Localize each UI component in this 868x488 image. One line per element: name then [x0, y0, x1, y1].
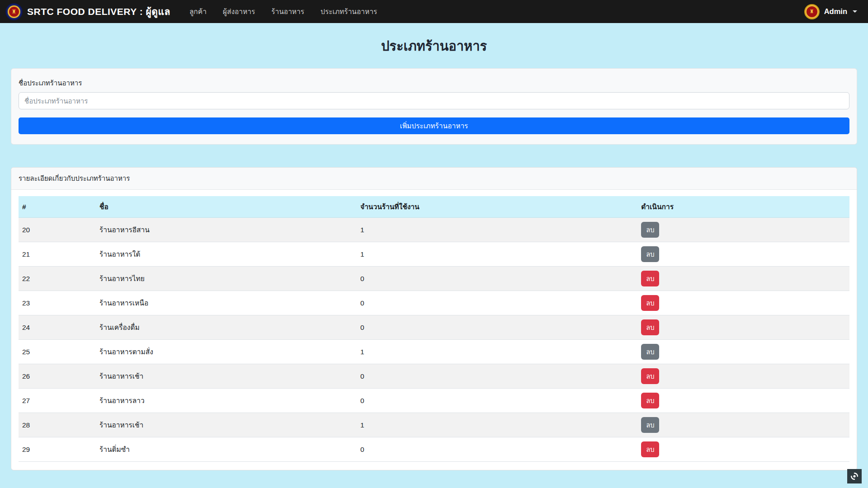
main-content: ชื่อประเภทร้านอาหาร เพิ่มประเภทร้านอาหาร… [0, 68, 868, 470]
table-row: 22 ร้านอาหารไทย 0 ลบ [19, 267, 849, 291]
nav-item-restaurants[interactable]: ร้านอาหาร [265, 2, 311, 21]
row-name: ร้านอาหารลาว [96, 389, 357, 413]
table-row: 29 ร้านติ่มซำ 0 ลบ [19, 437, 849, 462]
category-table: # ชื่อ จำนวนร้านที่ใช้งาน ดำเนินการ 20 ร… [19, 196, 849, 462]
row-id: 29 [19, 437, 96, 462]
nav-item-couriers[interactable]: ผู้ส่งอาหาร [217, 2, 261, 21]
category-details-card: รายละเอียดเกี่ยวกับประเภทร้านอาหาร # ชื่… [11, 167, 857, 470]
row-id: 21 [19, 242, 96, 267]
delete-button[interactable]: ลบ [641, 246, 659, 262]
row-id: 26 [19, 364, 96, 389]
row-id: 25 [19, 340, 96, 364]
row-name: ร้านอาหารตามสั่ง [96, 340, 357, 364]
row-count: 1 [357, 413, 637, 437]
table-row: 21 ร้านอาหารใต้ 1 ลบ [19, 242, 849, 267]
college-seal-icon: ♜ [5, 3, 23, 20]
row-name: ร้านอาหารไทย [96, 267, 357, 291]
column-header-action: ดำเนินการ [637, 196, 849, 218]
debug-toggle-button[interactable] [847, 469, 862, 483]
table-row: 20 ร้านอาหารอีสาน 1 ลบ [19, 218, 849, 242]
delete-button[interactable]: ลบ [641, 295, 659, 311]
category-name-label: ชื่อประเภทร้านอาหาร [19, 78, 849, 89]
row-count: 0 [357, 267, 637, 291]
table-row: 28 ร้านอาหารเช้า 1 ลบ [19, 413, 849, 437]
avatar: ♜ [804, 4, 820, 19]
user-menu[interactable]: ♜ Admin [804, 4, 857, 19]
row-id: 24 [19, 315, 96, 340]
row-count: 0 [357, 437, 637, 462]
row-count: 0 [357, 364, 637, 389]
row-name: ร้านเครื่องดื่ม [96, 315, 357, 340]
add-category-card: ชื่อประเภทร้านอาหาร เพิ่มประเภทร้านอาหาร [11, 68, 857, 145]
table-row: 24 ร้านเครื่องดื่ม 0 ลบ [19, 315, 849, 340]
row-count: 0 [357, 291, 637, 315]
row-id: 28 [19, 413, 96, 437]
category-name-input[interactable] [19, 92, 849, 109]
row-name: ร้านติ่มซำ [96, 437, 357, 462]
table-row: 27 ร้านอาหารลาว 0 ลบ [19, 389, 849, 413]
row-id: 20 [19, 218, 96, 242]
brand[interactable]: ♜ SRTC FOOD DELIVERY : ผู้ดูแล [5, 3, 170, 20]
row-id: 27 [19, 389, 96, 413]
row-id: 22 [19, 267, 96, 291]
row-name: ร้านอาหารเช้า [96, 413, 357, 437]
row-name: ร้านอาหารเหนือ [96, 291, 357, 315]
delete-button[interactable]: ลบ [641, 222, 659, 238]
row-name: ร้านอาหารใต้ [96, 242, 357, 267]
category-table-body: 20 ร้านอาหารอีสาน 1 ลบ 21 ร้านอาหารใต้ 1… [19, 218, 849, 462]
row-count: 1 [357, 242, 637, 267]
column-header-count: จำนวนร้านที่ใช้งาน [357, 196, 637, 218]
delete-button[interactable]: ลบ [641, 368, 659, 384]
brand-title: SRTC FOOD DELIVERY : ผู้ดูแล [27, 4, 170, 19]
table-wrap: # ชื่อ จำนวนร้านที่ใช้งาน ดำเนินการ 20 ร… [11, 190, 857, 470]
row-count: 0 [357, 315, 637, 340]
add-category-button[interactable]: เพิ่มประเภทร้านอาหาร [19, 117, 849, 134]
table-row: 23 ร้านอาหารเหนือ 0 ลบ [19, 291, 849, 315]
user-name: Admin [824, 7, 847, 16]
delete-button[interactable]: ลบ [641, 319, 659, 335]
row-name: ร้านอาหารเช้า [96, 364, 357, 389]
table-row: 26 ร้านอาหารเช้า 0 ลบ [19, 364, 849, 389]
delete-button[interactable]: ลบ [641, 417, 659, 433]
card-title: รายละเอียดเกี่ยวกับประเภทร้านอาหาร [11, 168, 857, 190]
delete-button[interactable]: ลบ [641, 271, 659, 286]
delete-button[interactable]: ลบ [641, 393, 659, 408]
delete-button[interactable]: ลบ [641, 441, 659, 457]
row-count: 1 [357, 218, 637, 242]
nav-item-customers[interactable]: ลูกค้า [183, 2, 213, 21]
column-header-id: # [19, 196, 96, 218]
target-icon [850, 472, 859, 481]
row-count: 0 [357, 389, 637, 413]
nav-links: ลูกค้า ผู้ส่งอาหาร ร้านอาหาร ประเภทร้านอ… [183, 2, 383, 21]
chevron-down-icon [853, 10, 857, 13]
row-id: 23 [19, 291, 96, 315]
delete-button[interactable]: ลบ [641, 344, 659, 360]
page-title: ประเภทร้านอาหาร [0, 23, 868, 68]
navbar: ♜ SRTC FOOD DELIVERY : ผู้ดูแล ลูกค้า ผู… [0, 0, 868, 23]
table-row: 25 ร้านอาหารตามสั่ง 1 ลบ [19, 340, 849, 364]
table-header-row: # ชื่อ จำนวนร้านที่ใช้งาน ดำเนินการ [19, 196, 849, 218]
nav-item-restaurant-types[interactable]: ประเภทร้านอาหาร [314, 2, 383, 21]
row-name: ร้านอาหารอีสาน [96, 218, 357, 242]
column-header-name: ชื่อ [96, 196, 357, 218]
row-count: 1 [357, 340, 637, 364]
